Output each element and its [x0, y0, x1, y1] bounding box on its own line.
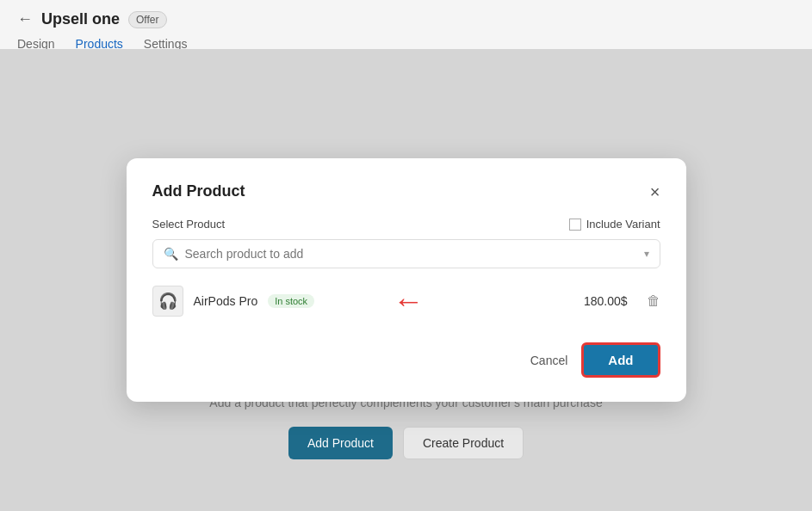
include-variant-label: Include Variant: [586, 218, 660, 231]
red-arrow-annotation: ←: [394, 286, 425, 317]
add-button[interactable]: Add: [581, 342, 660, 378]
delete-icon[interactable]: 🗑: [647, 293, 660, 309]
modal-header: Add Product ×: [152, 182, 660, 200]
in-stock-badge: In stock: [268, 294, 314, 308]
include-variant-row: Include Variant: [569, 218, 660, 231]
search-input[interactable]: [185, 247, 637, 261]
modal-footer: Cancel Add: [152, 342, 660, 378]
page-title: Upsell one: [41, 10, 120, 28]
close-button[interactable]: ×: [650, 183, 660, 200]
offer-badge: Offer: [128, 11, 166, 28]
modal-overlay: Add Product × Select Product Include Var…: [0, 49, 812, 511]
product-name: AirPods Pro: [194, 294, 258, 308]
modal-title: Add Product: [152, 182, 245, 200]
select-label: Select Product: [152, 218, 226, 231]
include-variant-checkbox[interactable]: [569, 219, 581, 231]
product-thumbnail: 🎧: [152, 286, 183, 317]
modal-box: Add Product × Select Product Include Var…: [127, 158, 686, 402]
product-row: 🎧 AirPods Pro In stock ← 180.00$ 🗑: [152, 280, 660, 322]
search-icon: 🔍: [164, 247, 178, 261]
select-product-row: Select Product Include Variant: [152, 218, 660, 231]
product-price: 180.00$: [584, 294, 628, 308]
title-row: ← Upsell one Offer: [17, 10, 795, 28]
chevron-down-icon: ▾: [644, 248, 649, 260]
search-box[interactable]: 🔍 ▾: [152, 239, 660, 268]
cancel-button[interactable]: Cancel: [530, 354, 568, 367]
back-button[interactable]: ←: [17, 10, 33, 28]
